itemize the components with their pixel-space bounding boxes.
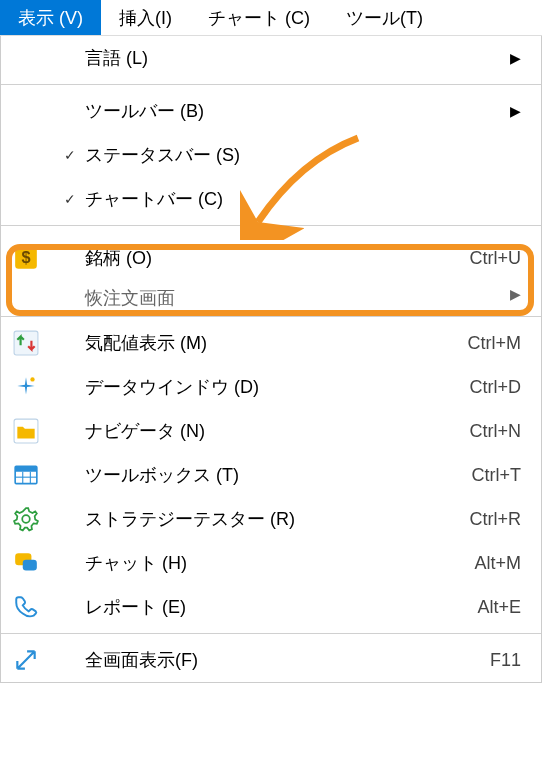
menu-fullscreen[interactable]: 全画面表示(F) F11 (1, 638, 541, 682)
menu-shortcut: Ctrl+T (472, 465, 522, 486)
separator (1, 316, 541, 317)
svg-rect-2 (14, 331, 38, 355)
menu-label: 全画面表示(F) (85, 648, 490, 672)
svg-rect-6 (15, 466, 37, 471)
menu-truncated[interactable]: 恢注文画面 ▶ (1, 286, 541, 312)
menu-label: ツールバー (B) (85, 99, 510, 123)
menu-shortcut: Ctrl+N (469, 421, 521, 442)
menu-label: ナビゲータ (N) (85, 419, 469, 443)
icon-slot (13, 550, 55, 576)
menu-statusbar[interactable]: ✓ ステータスバー (S) (1, 133, 541, 177)
menubar-view[interactable]: 表示 (V) (0, 0, 101, 35)
menubar-label: 挿入(I) (119, 6, 172, 30)
icon-slot (13, 647, 55, 673)
svg-point-3 (30, 377, 34, 381)
icon-slot: $ (13, 245, 55, 271)
menu-report[interactable]: レポート (E) Alt+E (1, 585, 541, 629)
menu-shortcut: Alt+M (474, 553, 521, 574)
menubar-tools[interactable]: ツール(T) (328, 0, 441, 35)
menu-label: 恢注文画面 (85, 286, 510, 310)
menubar-label: チャート (C) (208, 6, 310, 30)
submenu-arrow-icon: ▶ (510, 103, 521, 119)
sparkle-icon (13, 374, 39, 400)
menubar-label: ツール(T) (346, 6, 423, 30)
menu-shortcut: Ctrl+D (469, 377, 521, 398)
separator (1, 633, 541, 634)
icon-slot (13, 594, 55, 620)
table-icon (13, 462, 39, 488)
gear-icon (13, 506, 39, 532)
menubar: 表示 (V) 挿入(I) チャート (C) ツール(T) (0, 0, 542, 36)
menu-chat[interactable]: チャット (H) Alt+M (1, 541, 541, 585)
submenu-arrow-icon: ▶ (510, 286, 521, 302)
menu-label: 銘柄 (O) (85, 246, 469, 270)
menu-datawindow[interactable]: データウインドウ (D) Ctrl+D (1, 365, 541, 409)
expand-icon (13, 647, 39, 673)
menubar-chart[interactable]: チャート (C) (190, 0, 328, 35)
menu-navigator[interactable]: ナビゲータ (N) Ctrl+N (1, 409, 541, 453)
checkmark-icon: ✓ (64, 147, 76, 163)
menubar-label: 表示 (V) (18, 6, 83, 30)
chat-icon (13, 550, 39, 576)
menu-language[interactable]: 言語 (L) ▶ (1, 36, 541, 80)
svg-text:$: $ (21, 248, 30, 266)
svg-point-10 (22, 515, 30, 523)
menu-shortcut: Ctrl+M (468, 333, 522, 354)
menu-strategytester[interactable]: ストラテジーテスター (R) Ctrl+R (1, 497, 541, 541)
separator (1, 225, 541, 226)
menu-label: チャット (H) (85, 551, 474, 575)
icon-slot (13, 418, 55, 444)
menu-shortcut: Ctrl+R (469, 509, 521, 530)
menu-label: 気配値表示 (M) (85, 331, 468, 355)
menu-symbols[interactable]: $ 銘柄 (O) Ctrl+U (1, 230, 541, 286)
menubar-insert[interactable]: 挿入(I) (101, 0, 190, 35)
menu-label: レポート (E) (85, 595, 477, 619)
checkmark-icon: ✓ (64, 191, 76, 207)
menu-label: ツールボックス (T) (85, 463, 472, 487)
menu-toolbar[interactable]: ツールバー (B) ▶ (1, 89, 541, 133)
folder-icon (13, 418, 39, 444)
dollar-icon: $ (13, 245, 39, 271)
menu-label: 言語 (L) (85, 46, 510, 70)
icon-slot (13, 462, 55, 488)
view-dropdown: 言語 (L) ▶ ツールバー (B) ▶ ✓ ステータスバー (S) ✓ チャー… (0, 36, 542, 683)
icon-slot (13, 506, 55, 532)
arrows-icon (13, 330, 39, 356)
phone-icon (13, 594, 39, 620)
menu-shortcut: F11 (490, 650, 521, 671)
menu-chartbar[interactable]: ✓ チャートバー (C) (1, 177, 541, 221)
menu-shortcut: Ctrl+U (469, 248, 521, 269)
menu-label: ストラテジーテスター (R) (85, 507, 469, 531)
svg-rect-12 (23, 560, 37, 571)
menu-label: データウインドウ (D) (85, 375, 469, 399)
submenu-arrow-icon: ▶ (510, 50, 521, 66)
menu-shortcut: Alt+E (477, 597, 521, 618)
icon-slot (13, 374, 55, 400)
check-slot: ✓ (55, 191, 85, 207)
icon-slot (13, 330, 55, 356)
separator (1, 84, 541, 85)
menu-label: チャートバー (C) (85, 187, 521, 211)
check-slot: ✓ (55, 147, 85, 163)
menu-label: ステータスバー (S) (85, 143, 521, 167)
menu-marketwatch[interactable]: 気配値表示 (M) Ctrl+M (1, 321, 541, 365)
menu-toolbox[interactable]: ツールボックス (T) Ctrl+T (1, 453, 541, 497)
